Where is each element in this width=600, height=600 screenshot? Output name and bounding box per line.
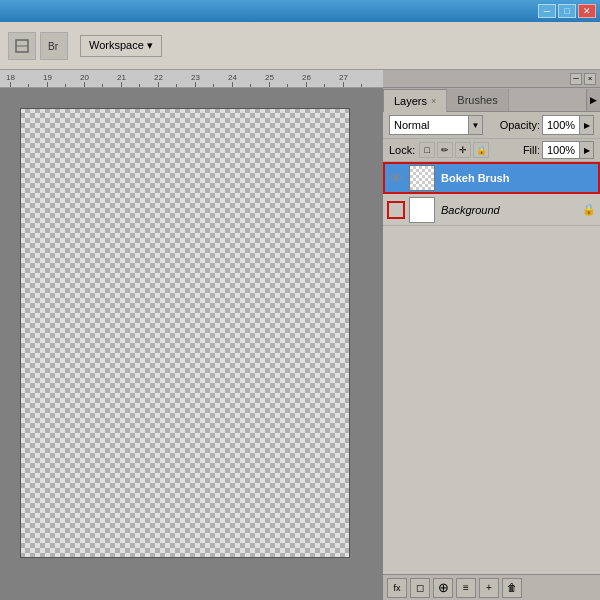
lock-paint-btn[interactable]: ✏ [437,142,453,158]
tab-brushes[interactable]: Brushes [447,89,508,111]
tab-layers[interactable]: Layers × [383,89,447,112]
panel-top-bar: ─ × [383,70,600,88]
minimize-button[interactable]: ─ [538,4,556,18]
layers-panel-container: ─ × Layers × Brushes ▶ Normal ▼ Opacity: [383,70,600,600]
fill-value[interactable]: 100% [542,141,580,159]
layer-lock-icon: 🔒 [582,203,596,216]
svg-text:Br: Br [48,41,59,52]
layer-mask-btn[interactable]: ◻ [410,578,430,598]
toolbar-icon-1[interactable] [8,32,36,60]
panel-bottom-buttons: fx ◻ ⊕ ≡ + 🗑 [383,574,600,600]
panel-close-btn[interactable]: × [584,73,596,85]
close-button[interactable]: ✕ [578,4,596,18]
canvas-document [20,108,350,558]
panel-collapse-btn[interactable]: ─ [570,73,582,85]
layer-thumbnail-bokeh [409,165,435,191]
toolbar-icon-2[interactable]: Br [40,32,68,60]
lock-all-btn[interactable]: 🔒 [473,142,489,158]
new-layer-btn[interactable]: + [479,578,499,598]
canvas-checkerboard [20,108,350,558]
panel-options-btn[interactable]: ▶ [586,89,600,111]
tab-brushes-label: Brushes [457,94,497,106]
ruler [0,70,383,88]
layer-visibility-background[interactable] [387,201,405,219]
layers-list: 👁 Bokeh Brush Background 🔒 [383,162,600,574]
blend-mode-arrow[interactable]: ▼ [469,115,483,135]
blend-row: Normal ▼ Opacity: 100% ▶ [383,112,600,139]
layer-row-background[interactable]: Background 🔒 [383,194,600,226]
opacity-label: Opacity: [500,119,540,131]
tabs-row: Layers × Brushes ▶ [383,88,600,112]
opacity-arrow-btn[interactable]: ▶ [580,115,594,135]
lock-row: Lock: □ ✏ ✛ 🔒 Fill: 100% ▶ [383,139,600,162]
tab-layers-close[interactable]: × [431,96,436,106]
fill-arrow-btn[interactable]: ▶ [580,141,594,159]
layer-name-background: Background [441,204,578,216]
layer-name-bokeh: Bokeh Brush [441,172,596,184]
opacity-value[interactable]: 100% [542,115,580,135]
lock-position-btn[interactable]: ✛ [455,142,471,158]
layer-row-bokeh-brush[interactable]: 👁 Bokeh Brush [383,162,600,194]
layer-fx-btn[interactable]: fx [387,578,407,598]
layer-thumbnail-background [409,197,435,223]
layer-adjustment-btn[interactable]: ⊕ [433,578,453,598]
layer-group-btn[interactable]: ≡ [456,578,476,598]
toolbar: Br Workspace ▾ [0,22,600,70]
delete-layer-btn[interactable]: 🗑 [502,578,522,598]
workspace-button[interactable]: Workspace ▾ [80,35,162,57]
lock-pixel-btn[interactable]: □ [419,142,435,158]
blend-mode-select[interactable]: Normal [389,115,469,135]
fill-label: Fill: [523,144,540,156]
titlebar: ─ □ ✕ [0,0,600,22]
lock-label: Lock: [389,144,415,156]
canvas-area[interactable] [0,88,383,600]
layer-visibility-bokeh[interactable]: 👁 [387,169,405,187]
tab-layers-label: Layers [394,95,427,107]
restore-button[interactable]: □ [558,4,576,18]
